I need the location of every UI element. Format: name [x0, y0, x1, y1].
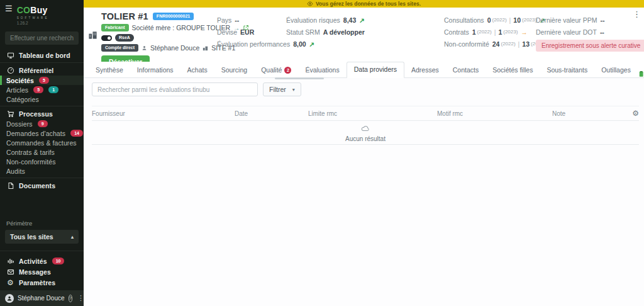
sidebar-item-processus[interactable]: Processus	[0, 108, 84, 119]
column-date: Date	[235, 110, 308, 117]
tab-evaluations[interactable]: Évaluations	[298, 63, 346, 77]
activity-bars-icon	[6, 257, 14, 265]
sidebar-spacer	[0, 191, 84, 220]
app-version: 1.26.2	[17, 21, 49, 25]
sidebar-item-documents[interactable]: Documents	[0, 180, 84, 191]
tab-contacts[interactable]: Contacts	[446, 63, 486, 77]
column-fournisseur: Fournisseur	[92, 110, 235, 117]
empty-results-icon	[361, 123, 370, 134]
table-header-row: Fournisseur Date Limite rmc Motif rmc No…	[92, 106, 639, 121]
stat-value: 13	[522, 40, 530, 48]
count-badge-teal: 1	[48, 86, 58, 93]
brand-subtitle: SOFTWARE	[17, 16, 49, 20]
sidebar-search-input[interactable]	[5, 31, 79, 45]
tab-label: Adresses	[411, 66, 439, 74]
tab-societes-filles[interactable]: Sociétés filles	[486, 63, 540, 77]
count-badge: 5	[39, 77, 49, 84]
sidebar-item-commandes-factures[interactable]: Commandes & factures	[0, 138, 84, 147]
sidebar-item-dossiers[interactable]: Dossiers 9	[0, 119, 84, 128]
stat-year: (2023)	[522, 17, 536, 23]
app-logo: COBuy SOFTWARE 1.26.2	[17, 4, 49, 25]
banner-text: Vous gérez les données de tous les sites…	[316, 1, 421, 7]
cart-icon	[6, 110, 14, 118]
column-note: Note	[552, 110, 625, 117]
sidebar-item-audits[interactable]: Audits	[0, 166, 84, 176]
tab-outillages[interactable]: Outillages	[594, 63, 638, 77]
tab-achats[interactable]: Achats	[180, 63, 214, 77]
curative-alert-badge: Enregistrement sous alerte curative	[536, 40, 644, 52]
separator: |	[509, 16, 511, 24]
sidebar-item-label: Tableau de bord	[19, 52, 70, 59]
sidebar-item-label: Processus	[19, 110, 53, 118]
stat-value: 24	[492, 40, 500, 48]
column-motif-rmc: Motif rmc	[437, 110, 552, 117]
divider	[0, 178, 84, 178]
tab-data-providers[interactable]: Data providers	[347, 62, 404, 78]
tab-label: Sociétés filles	[492, 66, 533, 74]
sidebar-item-categories[interactable]: Catégories	[0, 94, 84, 104]
stat-value: 0	[487, 16, 491, 24]
sidebar-item-label: Catégories	[6, 96, 39, 103]
dot-label: Dernière valeur DOT	[536, 28, 597, 36]
tab-count-badge: 2	[284, 67, 291, 74]
filter-dropdown[interactable]: Filtrer ▾	[263, 82, 301, 96]
tab-adresses[interactable]: Adresses	[404, 63, 446, 77]
devise-label: Devise	[217, 28, 237, 36]
sidebar-item-referentiel[interactable]: Référentiel	[0, 65, 84, 76]
table-settings-gear-icon[interactable]: ⚙	[625, 109, 639, 118]
kebab-menu-icon[interactable]: ⋮	[633, 10, 641, 18]
devise-value: EUR	[240, 28, 254, 36]
compass-icon	[6, 66, 14, 74]
sidebar-item-label: Sociétés	[6, 77, 34, 84]
sidebar-item-label: Documents	[19, 182, 55, 190]
hamburger-menu-icon[interactable]: ☰	[5, 4, 13, 13]
status-toggle[interactable]	[101, 35, 112, 41]
user-menu[interactable]: Stéphane Douce ? ⋮	[0, 290, 84, 306]
sidebar-item-societes[interactable]: Sociétés 5	[0, 76, 84, 85]
separator: |	[494, 28, 496, 36]
divider	[0, 62, 84, 63]
help-icon[interactable]: ?	[69, 295, 72, 302]
tab-synthese[interactable]: Synthèse	[89, 63, 130, 77]
sidebar-item-messages[interactable]: Messages	[0, 266, 84, 277]
sidebar-item-dashboard[interactable]: Tableau de bord	[0, 50, 84, 60]
ppm-label: Dernière valeur PPM	[536, 16, 597, 24]
sidebar-item-demandes-achats[interactable]: Demandes d'achats 14	[0, 128, 84, 138]
trend-flat-icon: →	[521, 28, 528, 36]
perf-value: 8,00	[293, 40, 306, 48]
eye-icon	[307, 1, 313, 6]
tab-sous-traitants[interactable]: Sous-traitants	[540, 63, 594, 77]
count-badge: 9	[38, 120, 48, 127]
sidebar-item-contrats-tarifs[interactable]: Contrats & tarifs	[0, 147, 84, 157]
logo-row: ☰ COBuy SOFTWARE 1.26.2	[0, 0, 84, 26]
srm-value: A développer	[323, 28, 365, 36]
tab-label: Sourcing	[221, 66, 247, 74]
sidebar-item-label: Dossiers	[6, 120, 33, 128]
sidebar-item-non-conformites[interactable]: Non-conformités	[0, 157, 84, 166]
dot-value: --	[600, 28, 604, 36]
tab-label: Synthèse	[96, 66, 123, 74]
tab-links: Notes Activités Messages Pièces jointes	[638, 70, 644, 77]
evaluations-search-input[interactable]	[92, 82, 258, 96]
caret-up-icon: ▴	[71, 234, 74, 240]
stat-label: Contrats	[444, 28, 469, 36]
account-type-badge: Compte direct	[101, 44, 138, 52]
sidebar-item-label: Demandes d'achats	[6, 130, 65, 137]
sidebar-item-articles[interactable]: Articles 5 1	[0, 85, 84, 94]
tab-label: Évaluations	[305, 66, 339, 74]
sidebar-item-parametres[interactable]: ⚙ Paramètres	[0, 277, 84, 288]
tab-label: Achats	[187, 66, 208, 74]
sidebar-item-label: Articles	[6, 86, 28, 94]
parent-company-label: Société mère : GROUPE TOLIER	[132, 24, 231, 31]
sidebar-item-activites[interactable]: Activités 10	[0, 256, 84, 266]
tab-qualite[interactable]: Qualité2	[254, 63, 298, 77]
notes-link[interactable]: Notes	[638, 70, 644, 77]
tab-label: Outillages	[601, 66, 631, 74]
column-limite-rmc: Limite rmc	[308, 110, 437, 117]
srm-label: Statut SRM	[286, 28, 320, 36]
perimeter-value: Tous les sites	[10, 233, 53, 241]
perimeter-select[interactable]: Tous les sites ▴	[5, 230, 79, 244]
tab-label: Qualité	[261, 66, 282, 74]
tab-informations[interactable]: Informations	[130, 63, 180, 77]
tab-sourcing[interactable]: Sourcing	[214, 63, 254, 77]
